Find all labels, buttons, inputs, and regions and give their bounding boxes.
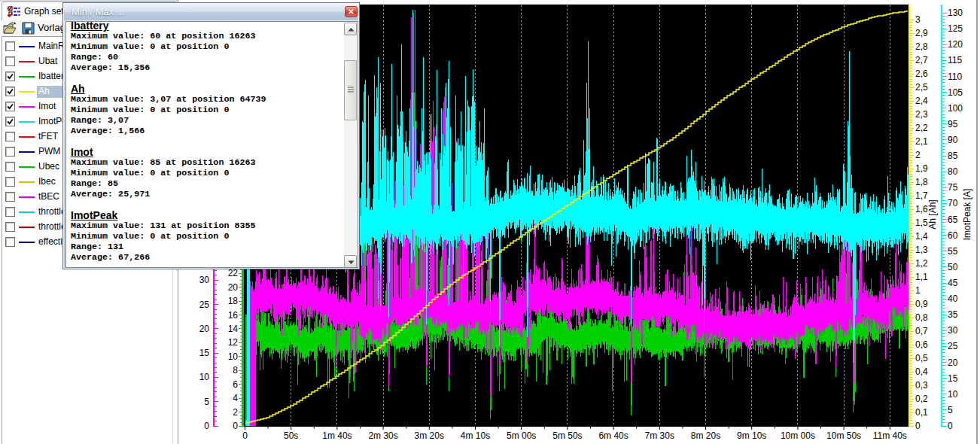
- svg-text:2,4: 2,4: [915, 96, 928, 106]
- svg-text:1,7: 1,7: [915, 190, 928, 201]
- svg-text:5: 5: [204, 397, 209, 407]
- svg-text:20: 20: [948, 357, 958, 368]
- svg-text:6: 6: [233, 379, 238, 390]
- svg-text:8: 8: [233, 365, 238, 376]
- svg-text:30: 30: [199, 275, 210, 285]
- svg-text:1,1: 1,1: [915, 272, 928, 282]
- svg-text:11m 40s: 11m 40s: [873, 430, 907, 441]
- svg-text:9m 10s: 9m 10s: [737, 430, 766, 441]
- svg-text:0: 0: [204, 421, 209, 431]
- svg-text:0,8: 0,8: [915, 312, 928, 323]
- svg-text:95: 95: [948, 119, 958, 129]
- svg-text:15: 15: [948, 373, 958, 384]
- svg-text:16: 16: [228, 310, 239, 321]
- svg-text:45: 45: [948, 278, 958, 288]
- svg-text:3: 3: [915, 14, 921, 25]
- svg-text:2,7: 2,7: [915, 55, 928, 65]
- svg-text:22: 22: [228, 268, 239, 278]
- svg-text:0: 0: [915, 421, 921, 431]
- svg-text:10: 10: [199, 372, 210, 382]
- svg-text:1: 1: [915, 285, 921, 296]
- svg-text:35: 35: [948, 309, 958, 320]
- svg-text:5m 00s: 5m 00s: [507, 430, 536, 441]
- svg-text:0,1: 0,1: [915, 407, 928, 418]
- svg-text:65: 65: [948, 214, 958, 225]
- svg-text:25: 25: [199, 300, 210, 310]
- svg-text:10m 00s: 10m 00s: [781, 430, 815, 441]
- svg-text:105: 105: [948, 87, 963, 98]
- svg-text:4m 10s: 4m 10s: [461, 430, 490, 441]
- svg-text:0,5: 0,5: [915, 353, 928, 363]
- svg-text:50s: 50s: [284, 430, 298, 441]
- svg-text:55: 55: [948, 246, 958, 257]
- svg-text:2,2: 2,2: [915, 123, 928, 133]
- svg-text:7m 30s: 7m 30s: [645, 430, 674, 441]
- svg-text:3m 20s: 3m 20s: [415, 430, 444, 441]
- svg-text:50: 50: [948, 262, 958, 272]
- svg-text:2m 30s: 2m 30s: [368, 430, 397, 441]
- svg-text:75: 75: [948, 182, 958, 193]
- svg-text:2,3: 2,3: [915, 109, 928, 120]
- svg-text:30: 30: [948, 325, 958, 336]
- svg-text:5m 50s: 5m 50s: [552, 430, 582, 441]
- svg-text:1,5: 1,5: [915, 217, 928, 228]
- svg-text:2,5: 2,5: [915, 82, 928, 93]
- svg-text:130: 130: [948, 8, 963, 18]
- svg-text:Ah [Ah]: Ah [Ah]: [927, 199, 938, 229]
- svg-text:60: 60: [948, 230, 958, 241]
- svg-text:110: 110: [948, 71, 962, 82]
- svg-text:0,4: 0,4: [915, 366, 928, 377]
- svg-text:0,6: 0,6: [915, 339, 928, 350]
- svg-text:70: 70: [948, 198, 958, 208]
- svg-text:2: 2: [233, 407, 238, 418]
- svg-text:0: 0: [233, 421, 238, 431]
- svg-text:2,9: 2,9: [915, 28, 928, 38]
- svg-text:2,1: 2,1: [915, 136, 928, 147]
- svg-text:20: 20: [199, 324, 210, 334]
- svg-text:120: 120: [948, 39, 963, 50]
- svg-text:8m 20s: 8m 20s: [691, 430, 720, 441]
- svg-text:1,9: 1,9: [915, 163, 928, 174]
- svg-text:2: 2: [915, 150, 921, 160]
- svg-text:125: 125: [948, 23, 963, 34]
- svg-text:80: 80: [948, 166, 958, 177]
- svg-text:18: 18: [228, 296, 239, 306]
- svg-text:0: 0: [242, 430, 248, 441]
- svg-text:85: 85: [948, 151, 958, 161]
- svg-text:0,3: 0,3: [915, 380, 928, 391]
- svg-text:0,9: 0,9: [915, 299, 928, 309]
- svg-text:115: 115: [948, 55, 962, 65]
- svg-text:2,6: 2,6: [915, 68, 928, 79]
- svg-text:1m 40s: 1m 40s: [322, 430, 352, 441]
- svg-text:6m 40s: 6m 40s: [598, 430, 628, 441]
- svg-text:40: 40: [948, 293, 958, 304]
- svg-text:25: 25: [948, 341, 958, 351]
- svg-text:5: 5: [948, 405, 953, 415]
- svg-text:0,2: 0,2: [915, 394, 928, 404]
- svg-text:100: 100: [948, 103, 963, 114]
- svg-text:10: 10: [228, 351, 239, 362]
- svg-text:4: 4: [233, 393, 238, 403]
- svg-text:1,3: 1,3: [915, 245, 928, 255]
- svg-text:0: 0: [948, 421, 953, 431]
- svg-text:90: 90: [948, 135, 958, 145]
- svg-text:1,6: 1,6: [915, 204, 928, 214]
- svg-text:0,7: 0,7: [915, 326, 928, 336]
- svg-text:14: 14: [228, 324, 239, 334]
- svg-text:15: 15: [199, 348, 210, 358]
- svg-text:ImotPeak [A]: ImotPeak [A]: [962, 189, 972, 241]
- svg-text:10: 10: [948, 389, 958, 400]
- svg-text:10m 50s: 10m 50s: [826, 430, 861, 441]
- svg-text:1,2: 1,2: [915, 258, 928, 269]
- svg-text:12: 12: [228, 337, 239, 348]
- svg-text:2,8: 2,8: [915, 41, 928, 52]
- svg-text:20: 20: [228, 282, 239, 293]
- svg-text:1,4: 1,4: [915, 231, 928, 242]
- svg-text:1,8: 1,8: [915, 177, 928, 187]
